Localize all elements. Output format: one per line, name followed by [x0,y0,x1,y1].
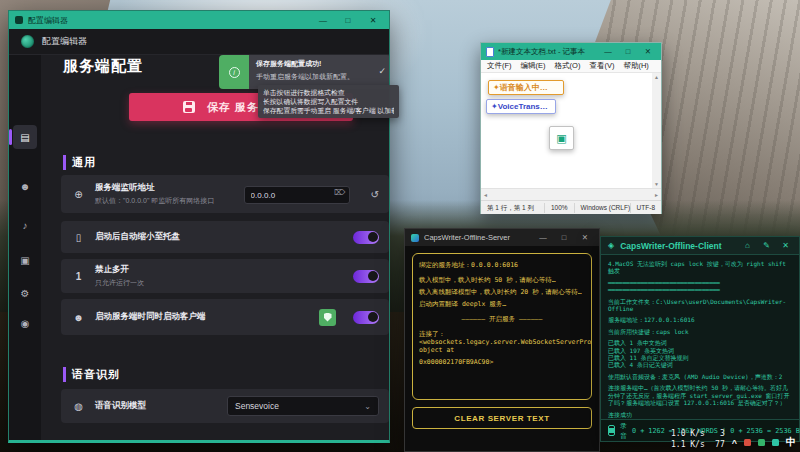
scroll-down-icon[interactable]: ▼ [654,180,659,188]
scroll-left-icon[interactable]: ◄ [483,191,488,199]
log-line: 绑定的服务地址：0.0.0.0:6016 [419,261,585,269]
log-line: 连接成功 [608,411,792,418]
tray-expand-icon[interactable]: ^ [732,438,737,450]
close-button[interactable]: ✕ [577,233,593,242]
config-window-title: 配置编辑器 [28,15,308,26]
server-app-icon [411,234,419,242]
server-titlebar[interactable]: CapsWriter-Offline-Server — □ ✕ [405,229,599,246]
sidebar-item-files[interactable]: ▣ [13,248,37,272]
user-icon: ☻ [20,181,31,192]
row-title: 启动服务端时同时启动客户端 [95,311,310,323]
save-icon [183,101,195,113]
network-icon: ⊕ [71,189,86,200]
log-line: 已载入 4 条日记关键词 [608,361,792,368]
tray-icon-red[interactable] [744,439,751,446]
users-icon: ☻ [71,312,86,323]
menu-file[interactable]: 文件(F) [487,61,512,71]
minimize-button[interactable]: — [535,233,551,242]
log-line: 载入模型中，载入时长约 50 秒，请耐心等待… [419,276,585,284]
save-success-toast: i 保存服务端配置成功! 手动重启服务端以加载新配置。 ✓ [219,55,389,89]
clear-field-icon[interactable]: ⌦ [334,188,345,197]
shield-icon [324,313,332,322]
vertical-scrollbar[interactable]: ▲ ▼ [652,73,661,188]
notepad-statusbar: 第 1 行，第 1 列 100% Windows (CRLF) UTF-8 [481,200,661,214]
toast-icon-block: i [219,55,249,89]
log-line: 载入离线翻译模型中，载入时长约 20 秒，请耐心等待… [419,288,585,296]
row-text: 启动后自动缩小至托盘 [95,231,180,243]
log-line: 使用默认音频设备：麦克风 (AMD Audio Device)，声道数：2 [608,373,792,380]
menu-help[interactable]: 帮助(H) [623,61,648,71]
speech-model-select[interactable]: Sensevoice ⌄ [227,396,379,416]
home-icon[interactable]: ⌂ [741,241,754,250]
maximize-button[interactable]: □ [556,233,572,242]
sidebar-item-about[interactable]: ◉ [13,311,37,335]
menu-edit[interactable]: 编辑(E) [521,61,546,71]
row-single-instance: 1 禁止多开 只允许运行一次 [61,259,389,293]
row-text: 服务端监听地址 默认值："0.0.0.0" 即监听所有网络接口 [95,182,214,206]
shield-button[interactable] [319,309,336,326]
sidebar-item-settings[interactable]: ⚙ [13,281,37,305]
minimize-to-tray-toggle[interactable] [353,231,379,244]
config-window-titlebar[interactable]: 配置编辑器 — □ ✕ [9,11,389,29]
client-titlebar[interactable]: ◈ CapsWriter-Offline-Client ⌂ ✎ ✕ [601,237,799,255]
notepad-title: *新建文本文档.txt - 记事本 [498,47,596,57]
app-logo-icon [21,35,34,48]
indicator-icon: ▣ [556,132,566,145]
net-up-speed: 1.0 K/s [671,429,705,440]
net-down-speed: 1.1 K/s [671,440,705,451]
close-icon[interactable]: ✕ [779,241,792,250]
menu-view[interactable]: 查看(V) [589,61,614,71]
sidebar-item-client[interactable]: ☻ [13,174,37,198]
maximize-button[interactable]: □ [620,47,636,56]
horizontal-scrollbar[interactable]: ◄ ► [481,188,661,200]
log-line: 当前所用快捷键：caps lock [608,328,792,335]
row-text: 语音识别模型 [95,400,218,412]
tray-icon-teal[interactable] [772,439,779,446]
check-icon[interactable]: ✓ [378,66,386,76]
scroll-right-icon[interactable]: ► [654,191,659,199]
section-speech: 语音识别 [63,367,120,382]
sidebar-item-server[interactable]: ▤ [13,125,37,149]
row-title: 服务端监听地址 [95,182,214,194]
tray-icon-green[interactable] [758,439,765,446]
server-icon: ▤ [20,132,29,143]
row-autostart-client: ☻ 启动服务端时同时启动客户端 [61,299,389,335]
record-icon[interactable] [608,425,615,436]
clear-server-text-button[interactable]: CLEAR SERVER TEXT [412,407,592,429]
minimize-button[interactable]: — [313,16,333,25]
log-line: 4.MacOS 无法监听到 caps lock 按键，可改为 right shi… [608,260,792,275]
floating-indicator: ▣ [549,126,574,150]
net-speed-monitor[interactable]: 1.0 K/s 3 1.1 K/s 77 [671,429,725,450]
autostart-client-toggle[interactable] [353,311,379,324]
edit-icon[interactable]: ✎ [760,241,773,250]
folder-icon: ▣ [20,255,29,266]
info-icon: i [229,67,240,78]
maximize-button[interactable]: □ [338,16,358,25]
close-button[interactable]: ✕ [363,16,383,25]
sidebar-item-voice[interactable]: ♪ [13,213,37,237]
scroll-up-icon[interactable]: ▲ [654,73,659,81]
reset-icon[interactable]: ↺ [371,189,379,200]
close-button[interactable]: ✕ [640,47,656,56]
client-log: 4.MacOS 无法监听到 caps lock 按键，可改为 right shi… [601,255,799,419]
speech-model-value: Sensevoice [235,401,364,411]
toast-line1: 保存服务端配置成功! [256,59,375,69]
log-divider: ═══════════════════════════════ [608,286,792,293]
cursor-position: 第 1 行，第 1 列 [481,203,545,213]
voice-trans-overlay: ✦VoiceTrans… [486,99,556,114]
row-listen-address: ⊕ 服务端监听地址 默认值："0.0.0.0" 即监听所有网络接口 ⌦ ↺ [61,175,389,213]
section-general: 通用 [63,155,96,170]
ime-indicator[interactable]: 中 [786,435,796,450]
one-badge: 1 [71,271,86,282]
config-app-icon [15,16,23,24]
about-icon: ◉ [21,318,30,329]
line-ending: Windows (CRLF) [575,203,631,213]
minimize-button[interactable]: — [600,47,616,56]
menu-format[interactable]: 格式(O) [555,61,581,71]
log-line: 连接服务端中…（首次载入模型时长约 50 秒，请耐心等待。若好几分钟了还无反应，… [608,384,792,406]
pin-icon[interactable]: ◈ [608,241,614,250]
log-line: 已载入 197 条英文热词 [608,347,792,354]
server-title: CapsWriter-Offline-Server [424,233,530,242]
single-instance-toggle[interactable] [353,270,379,283]
notepad-titlebar[interactable]: *新建文本文档.txt - 记事本 — □ ✕ [481,43,661,60]
